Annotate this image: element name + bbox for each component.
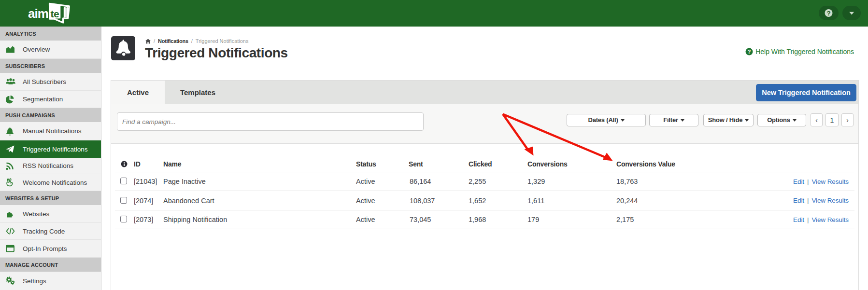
svg-text:?: ?	[826, 10, 830, 17]
svg-text:?: ?	[748, 49, 751, 55]
svg-text:te: te	[51, 8, 59, 19]
svg-text:aim: aim	[28, 6, 48, 21]
